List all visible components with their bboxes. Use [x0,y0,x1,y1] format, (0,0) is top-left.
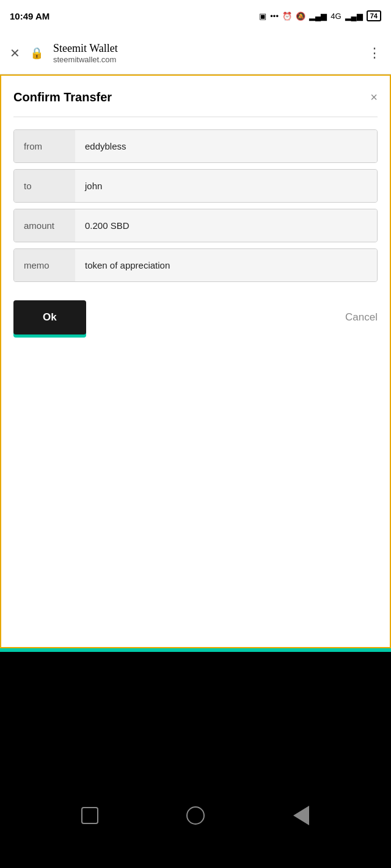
mute-icon: 🔕 [296,12,305,21]
browser-close-button[interactable]: ✕ [10,46,20,60]
status-bar: 10:49 AM ▣ ••• ⏰ 🔕 ▂▄▆ 4G ▂▄▆ 74 [0,0,391,32]
from-label: from [14,130,75,162]
sim-icon: ▣ [259,12,266,21]
browser-url-area: Steemit Wallet steemitwallet.com [53,42,358,64]
amount-field: amount 0.200 SBD [13,209,378,242]
amount-value: 0.200 SBD [75,209,377,242]
dialog-close-button[interactable]: × [370,90,378,104]
signal2-icon: ▂▄▆ [345,12,363,21]
amount-label: amount [14,209,75,242]
status-time: 10:49 AM [10,11,49,21]
browser-title: Steemit Wallet [53,42,358,55]
memo-field: memo token of appreciation [13,248,378,282]
home-icon [186,806,205,825]
to-value: john [75,170,377,202]
browser-url: steemitwallet.com [53,55,358,64]
browser-chrome: ✕ 🔒 Steemit Wallet steemitwallet.com ⋮ [0,32,391,74]
cancel-button[interactable]: Cancel [345,311,378,324]
main-content: Confirm Transfer × from eddybless to joh… [0,74,391,648]
status-icons: ▣ ••• ⏰ 🔕 ▂▄▆ 4G ▂▄▆ 74 [259,10,381,21]
nav-recent-button[interactable] [76,802,103,829]
signal-icon: ▂▄▆ [309,12,327,21]
dialog-header: Confirm Transfer × [13,90,378,104]
to-label: to [14,170,75,202]
back-icon [293,806,309,825]
browser-menu-button[interactable]: ⋮ [368,45,381,61]
dialog-title: Confirm Transfer [13,90,112,104]
alarm-icon: ⏰ [282,12,292,21]
nav-home-button[interactable] [182,802,209,829]
dialog-divider [13,117,378,117]
recent-apps-icon [81,807,98,824]
4g-icon: 4G [331,12,341,21]
memo-value: token of appreciation [75,249,377,281]
black-area [0,652,391,844]
nav-back-button[interactable] [288,802,315,829]
from-value: eddybless [75,130,377,162]
button-row: Ok Cancel [13,300,378,335]
navigation-bar [0,802,391,829]
memo-label: memo [14,249,75,281]
lock-icon: 🔒 [30,46,43,60]
to-field: to john [13,169,378,203]
ok-button[interactable]: Ok [13,300,86,335]
battery-icon: 74 [367,10,381,21]
dots-icon: ••• [270,12,279,21]
from-field: from eddybless [13,129,378,163]
